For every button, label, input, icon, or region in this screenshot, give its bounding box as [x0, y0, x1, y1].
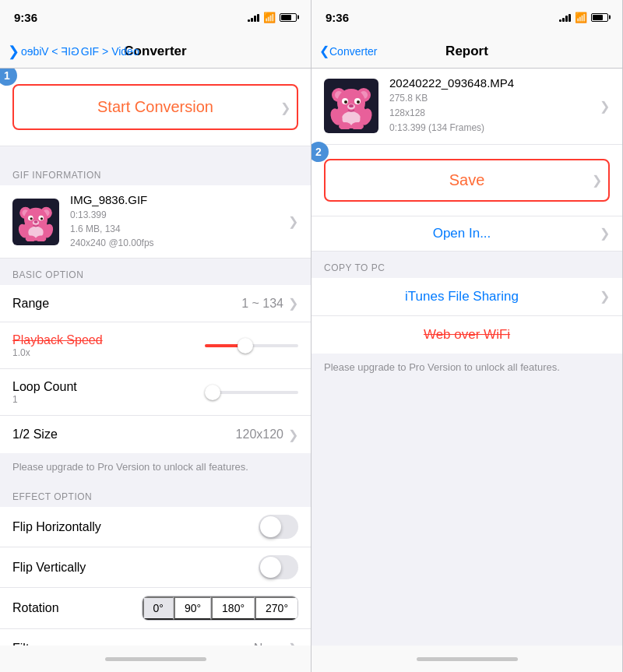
start-conversion-chevron: ❯	[280, 100, 290, 114]
loop-count-row[interactable]: Loop Count 1	[0, 369, 311, 416]
flip-vertically-row[interactable]: Flip Vertically	[0, 547, 311, 588]
copy-to-pc-header: COPY TO PC	[312, 252, 622, 278]
home-bar-left	[105, 657, 206, 661]
battery-icon-left	[280, 13, 297, 22]
nav-bar-right: ❮ Converter Report	[312, 34, 622, 69]
back-label-left: GIF > Video	[21, 45, 79, 58]
video-info-row[interactable]: 20240222_093648.MP4 275.8 KB 128x128 0:1…	[312, 69, 622, 145]
rotation-0-button[interactable]: 0°	[143, 596, 174, 620]
flip-vertically-knob	[260, 557, 281, 578]
save-btn-row: 2 Save ❯	[312, 145, 622, 216]
rotation-label: Rotation	[12, 601, 142, 615]
status-icons-left: 📶	[248, 12, 297, 23]
status-bar-right: 9:36 📶	[312, 0, 622, 34]
wifi-icon-left: 📶	[263, 12, 276, 23]
itunes-chevron: ❯	[600, 289, 610, 304]
signal-icon-right	[559, 12, 571, 22]
video-bear-icon	[328, 83, 375, 129]
open-in-chevron: ❯	[600, 226, 610, 241]
save-chevron: ❯	[592, 173, 602, 188]
half-size-row[interactable]: 1/2 Size 120x120 ❯	[0, 416, 311, 453]
back-text-left: GIF > Video	[81, 45, 139, 58]
gif-info-row[interactable]: IMG_9836.GIF 0:13.399 1.6 MB, 134 240x24…	[0, 185, 311, 259]
flip-horizontally-row[interactable]: Flip Horizontally	[0, 507, 311, 547]
back-button-left[interactable]: ❯ GIF > Video GIF > Video	[8, 43, 139, 60]
nav-bar-left: ❯ GIF > Video GIF > Video Converter	[0, 34, 311, 69]
itunes-label: iTunes File Sharing	[324, 289, 600, 304]
content-right: 20240222_093648.MP4 275.8 KB 128x128 0:1…	[312, 69, 622, 646]
playback-value: 1.0x	[12, 347, 205, 358]
itunes-row[interactable]: iTunes File Sharing ❯	[312, 278, 622, 316]
effect-option-header: EFFECT OPTION	[0, 480, 311, 507]
rotation-180-button[interactable]: 180°	[211, 596, 255, 620]
signal-icon-left	[248, 12, 259, 22]
status-time-left: 9:36	[14, 11, 37, 24]
home-indicator-left	[0, 646, 311, 672]
half-size-chevron: ❯	[288, 427, 298, 442]
gif-meta: 0:13.399 1.6 MB, 134 240x240 @10.00fps	[70, 208, 288, 250]
filter-row[interactable]: Filter None ❯	[0, 629, 311, 646]
web-wifi-row: Web over WiFi	[312, 316, 622, 354]
gif-details: IMG_9836.GIF 0:13.399 1.6 MB, 134 240x24…	[70, 193, 288, 250]
wifi-icon-right: 📶	[575, 12, 587, 23]
pro-note-right: Please upgrade to Pro Version to unlock …	[312, 354, 622, 381]
gif-thumbnail	[12, 199, 59, 245]
loop-slider-thumb	[205, 385, 220, 400]
gif-section-header: GIF INFORMATION	[0, 159, 311, 185]
svg-point-26	[344, 100, 347, 104]
badge-2: 2	[312, 142, 329, 162]
basic-option-group: Range 1 ~ 134 ❯ Playback Speed 1.0x Loop…	[0, 285, 311, 453]
loop-label: Loop Count	[12, 380, 205, 394]
playback-slider[interactable]	[205, 344, 298, 347]
flip-horizontally-label: Flip Horizontally	[12, 520, 259, 534]
svg-point-29	[349, 104, 354, 107]
flip-horizontally-knob	[260, 516, 281, 537]
start-conversion-label: Start Conversion	[97, 98, 213, 116]
battery-icon-right	[591, 13, 608, 22]
half-size-value: 120x120	[236, 427, 283, 442]
flip-horizontally-toggle[interactable]	[259, 515, 298, 539]
loop-value: 1	[12, 394, 205, 405]
conversion-btn-row: 1 Start Conversion ❯	[0, 69, 311, 146]
svg-point-10	[40, 217, 43, 220]
back-button-right[interactable]: ❮ Converter	[319, 44, 377, 58]
conversion-section: 1 Start Conversion ❯	[0, 69, 311, 146]
save-button[interactable]: Save ❯	[324, 159, 610, 202]
svg-point-12	[34, 220, 38, 223]
back-chevron-left: ❯	[8, 43, 19, 60]
status-bar-left: 9:36 📶	[0, 0, 311, 34]
right-panel: 9:36 📶 ❮ Converter Report	[312, 0, 623, 672]
rotation-270-button[interactable]: 270°	[255, 596, 297, 620]
playback-slider-thumb	[238, 338, 253, 354]
video-meta: 275.8 KB 128x128 0:13.399 (134 Frames)	[389, 91, 600, 136]
gif-filename: IMG_9836.GIF	[70, 193, 288, 206]
range-value: 1 ~ 134	[241, 297, 283, 311]
rotation-90-button[interactable]: 90°	[174, 596, 211, 620]
save-group: 2 Save ❯ Open In... ❯	[312, 145, 622, 252]
left-panel: 9:36 📶 ❯ GIF > Video GIF > Video Convert…	[0, 0, 312, 672]
playback-slider-fill	[205, 344, 242, 347]
start-conversion-button[interactable]: Start Conversion ❯	[12, 84, 298, 130]
badge-1: 1	[0, 69, 17, 86]
home-bar-right	[417, 657, 518, 661]
open-in-label: Open In...	[324, 226, 600, 241]
home-indicator-right	[312, 646, 622, 672]
effect-option-group: Flip Horizontally Flip Vertically Rotati…	[0, 507, 311, 646]
gif-info-group: IMG_9836.GIF 0:13.399 1.6 MB, 134 240x24…	[0, 185, 311, 259]
web-wifi-label: Web over WiFi	[424, 327, 510, 343]
playback-speed-row[interactable]: Playback Speed 1.0x	[0, 322, 311, 369]
flip-vertically-toggle[interactable]	[259, 555, 298, 579]
rotation-row[interactable]: Rotation 0° 90° 180° 270°	[0, 588, 311, 629]
range-label: Range	[12, 297, 241, 311]
video-details: 20240222_093648.MP4 275.8 KB 128x128 0:1…	[389, 76, 600, 136]
video-filename: 20240222_093648.MP4	[389, 76, 600, 90]
video-row-chevron: ❯	[600, 99, 610, 114]
open-in-row[interactable]: Open In... ❯	[312, 216, 622, 252]
status-icons-right: 📶	[559, 12, 608, 23]
loop-slider[interactable]	[205, 391, 298, 394]
range-chevron: ❯	[288, 296, 298, 311]
range-row[interactable]: Range 1 ~ 134 ❯	[0, 285, 311, 322]
status-time-right: 9:36	[326, 11, 349, 24]
rotation-segmented-control[interactable]: 0° 90° 180° 270°	[142, 596, 299, 621]
svg-point-9	[30, 217, 33, 220]
